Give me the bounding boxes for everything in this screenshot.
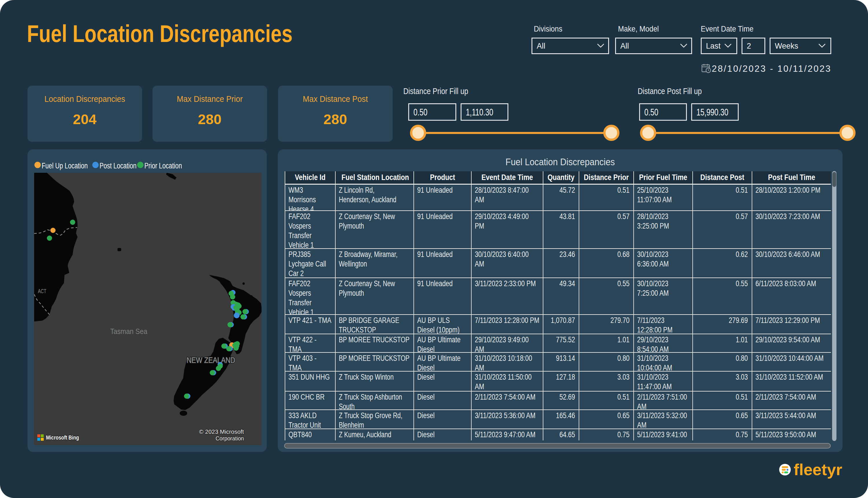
svg-text:Tasman Sea: Tasman Sea: [110, 327, 147, 336]
svg-text:Microsoft Bing: Microsoft Bing: [46, 434, 79, 441]
svg-text:NEW ZEALAND: NEW ZEALAND: [187, 356, 235, 365]
svg-text:© 2023 Microsoft: © 2023 Microsoft: [199, 428, 244, 435]
svg-text:Corporation: Corporation: [215, 435, 244, 442]
svg-text:ACT: ACT: [38, 288, 46, 294]
